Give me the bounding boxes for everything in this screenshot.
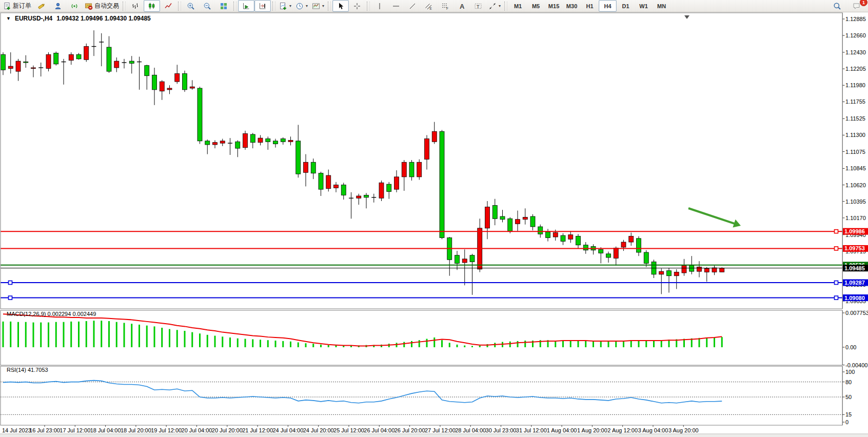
- chart-shift-button[interactable]: [254, 0, 271, 12]
- candle-body: [606, 254, 611, 257]
- timeframe-m5-button[interactable]: M5: [527, 0, 545, 12]
- signals-button[interactable]: [66, 0, 83, 12]
- notifications-button[interactable]: 1: [849, 0, 865, 12]
- autotrading-button[interactable]: 自动交易: [83, 0, 121, 12]
- price-tag-label: 1.09485: [844, 265, 865, 271]
- timeframe-m15-button[interactable]: M15: [545, 0, 563, 12]
- time-label: 17 Jul 12:00: [60, 427, 90, 433]
- text-label-button[interactable]: T: [470, 0, 486, 12]
- line-handle[interactable]: [9, 296, 12, 300]
- candle-body: [614, 248, 618, 258]
- horizontal-line-button[interactable]: [388, 0, 404, 12]
- time-label: 3 Aug 04:00: [638, 427, 668, 433]
- new-order-button[interactable]: 新订单: [1, 0, 33, 12]
- text-button[interactable]: A: [453, 0, 470, 12]
- chevron-down-icon[interactable]: ▾: [499, 4, 501, 8]
- chevron-down-icon[interactable]: ▾: [289, 4, 291, 8]
- candle-body: [243, 134, 248, 148]
- equidistant-channel-button[interactable]: E: [421, 0, 437, 12]
- timeframe-d1-button[interactable]: D1: [617, 0, 635, 12]
- profile-icon: [54, 2, 62, 10]
- bar-chart-button[interactable]: [127, 0, 144, 12]
- timeframe-m1-button[interactable]: M1: [509, 0, 527, 12]
- chart-shift-icon: [259, 2, 267, 10]
- candle-body: [220, 141, 225, 143]
- candle-body: [152, 75, 157, 90]
- time-label: 21 Jul 12:00: [242, 427, 273, 433]
- bar-chart-icon: [131, 2, 140, 10]
- toolbar-grip: [367, 2, 370, 11]
- time-label: 24 Jul 20:00: [303, 427, 334, 433]
- line-handle[interactable]: [835, 281, 838, 285]
- candle-body: [720, 268, 724, 272]
- candle-body: [455, 255, 460, 264]
- crosshair-button[interactable]: [349, 0, 365, 12]
- styler-button[interactable]: [33, 0, 50, 12]
- chart-area[interactable]: 1.128851.126601.124301.122051.119801.117…: [0, 12, 868, 437]
- trendline-button[interactable]: [404, 0, 421, 12]
- price-tag-label: 1.09287: [844, 280, 865, 286]
- candle-body: [697, 267, 702, 272]
- candle-body: [599, 249, 603, 253]
- time-label: 31 Jul 12:00: [516, 427, 547, 433]
- rsi-tick-label: 50: [845, 394, 852, 400]
- candlestick-button[interactable]: [144, 0, 160, 12]
- timeframe-w1-button[interactable]: W1: [635, 0, 653, 12]
- timeframe-h4-button[interactable]: H4: [599, 0, 617, 12]
- fibonacci-button[interactable]: F: [437, 0, 453, 12]
- candle-body: [712, 268, 717, 272]
- line-chart-button[interactable]: [160, 0, 176, 12]
- line-handle[interactable]: [9, 281, 12, 285]
- periods-button[interactable]: ▾: [293, 0, 310, 12]
- profile-button[interactable]: [50, 0, 66, 12]
- timeframe-h1-button[interactable]: H1: [581, 0, 599, 12]
- vertical-line-button[interactable]: [371, 0, 388, 12]
- cursor-button[interactable]: [332, 0, 349, 12]
- time-label: 14 Jul 2023: [2, 427, 31, 433]
- timeframe-mn-button[interactable]: MN: [653, 0, 670, 12]
- zoom-in-button[interactable]: [183, 0, 199, 12]
- candle-body: [379, 183, 384, 198]
- time-label: 3 Aug 20:00: [668, 427, 699, 433]
- rsi-tick-label: 0: [845, 419, 849, 425]
- chart-title: ▼ EURUSD-,H4 1.09432 1.09496 1.09430 1.0…: [6, 15, 151, 22]
- time-label: 27 Jul 12:00: [425, 427, 456, 433]
- zoom-out-button[interactable]: [199, 0, 215, 12]
- line-handle[interactable]: [835, 247, 838, 250]
- time-label: 20 Jul 04:00: [182, 427, 212, 433]
- macd-tick-label: -0.004007: [845, 362, 868, 368]
- time-label: 30 Jul 23:00: [486, 427, 517, 433]
- search-icon: [833, 2, 841, 10]
- rsi-tick-label: 15: [845, 411, 852, 418]
- candle-body: [425, 139, 429, 160]
- timeframe-m30-button[interactable]: M30: [563, 0, 581, 12]
- templates-button[interactable]: ▾: [310, 0, 326, 12]
- chevron-down-icon[interactable]: ▾: [322, 4, 324, 8]
- candle-body: [667, 271, 672, 276]
- candle-body: [341, 185, 346, 195]
- new-order-label: 新订单: [13, 2, 31, 10]
- candle-body: [288, 140, 293, 142]
- candle-body: [31, 68, 36, 69]
- search-button[interactable]: [829, 0, 845, 12]
- ohlc-values: 1.09432 1.09496 1.09430 1.09485: [56, 15, 151, 22]
- line-handle[interactable]: [835, 296, 838, 300]
- chevron-down-icon[interactable]: ▾: [306, 4, 308, 8]
- signals-icon: [70, 2, 78, 10]
- tile-windows-button[interactable]: [215, 0, 232, 12]
- toolbar-right: 1: [829, 0, 865, 12]
- candle-body: [54, 53, 58, 64]
- price-tick-label: 1.12205: [845, 66, 866, 72]
- chart-menu-icon[interactable]: ▼: [6, 16, 11, 21]
- candle-body: [114, 61, 119, 68]
- arrows-button[interactable]: ▾: [486, 0, 503, 12]
- price-tick-label: 1.10620: [845, 182, 866, 188]
- hline-icon: [392, 2, 400, 10]
- auto-scroll-button[interactable]: [238, 0, 254, 12]
- indicators-button[interactable]: ▾: [277, 0, 293, 12]
- time-label: 18 Jul 20:00: [121, 427, 151, 433]
- candle-body: [523, 217, 527, 219]
- templates-icon: [312, 2, 320, 10]
- fibo-icon: F: [441, 2, 449, 10]
- line-handle[interactable]: [835, 230, 838, 233]
